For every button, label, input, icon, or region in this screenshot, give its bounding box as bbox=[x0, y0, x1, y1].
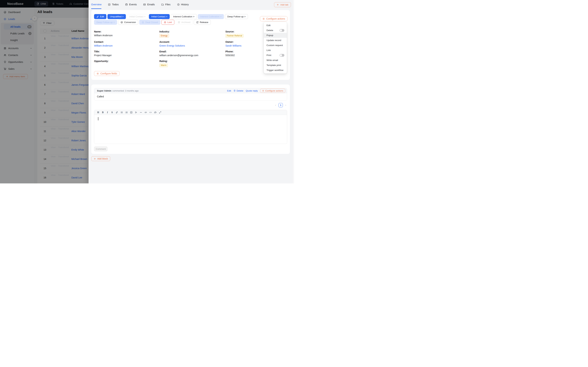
contact-link[interactable]: William Anderson bbox=[94, 44, 112, 47]
blockquote-icon[interactable] bbox=[135, 111, 137, 114]
field-label: Contact: bbox=[94, 41, 159, 43]
menu-item-print[interactable]: Print bbox=[264, 53, 287, 58]
button-label: Edit bbox=[100, 15, 104, 18]
inline-code-icon[interactable] bbox=[149, 111, 152, 114]
button-label: Deep Follow-up > bbox=[227, 15, 245, 18]
page-number[interactable]: 1 bbox=[278, 103, 283, 107]
field-account: Account: Green Energy Solutions bbox=[159, 41, 225, 47]
comments-card: Super Admin commented 3 months ago Edit … bbox=[91, 84, 290, 154]
menu-item-write-email[interactable]: Write email bbox=[264, 58, 287, 63]
text-cursor bbox=[98, 117, 98, 120]
plus-icon bbox=[94, 158, 96, 160]
numbered-list-icon[interactable] bbox=[125, 111, 128, 114]
heading-icon[interactable]: H bbox=[97, 111, 99, 114]
comment-edit-link[interactable]: Edit bbox=[227, 90, 231, 92]
gear-icon bbox=[96, 72, 99, 75]
menu-item-popup[interactable]: Popup bbox=[264, 33, 287, 38]
account-link[interactable]: Green Energy Solutions bbox=[159, 44, 185, 47]
tab-overview[interactable]: Overview bbox=[91, 0, 101, 9]
button-label: Configure fields bbox=[100, 72, 117, 75]
menu-item-delete[interactable]: Delete bbox=[264, 28, 287, 33]
comment-submit-button[interactable]: Comment bbox=[94, 147, 107, 151]
field-value bbox=[94, 64, 159, 67]
field-value: William Anderson bbox=[94, 34, 159, 37]
tab-label: Files bbox=[165, 3, 171, 6]
bold-icon[interactable]: B bbox=[102, 111, 104, 114]
add-tab-button[interactable]: Add tab bbox=[274, 2, 291, 7]
industry-tag: Energy bbox=[159, 34, 169, 38]
button-label: Configure actions bbox=[265, 90, 283, 92]
lost-button[interactable]: Lost bbox=[161, 20, 174, 25]
tab-todos[interactable]: Todos bbox=[108, 0, 119, 9]
delete-toggle[interactable] bbox=[280, 29, 284, 32]
source-tag: Partner Referral bbox=[225, 34, 243, 38]
menu-item-update-record[interactable]: Update record bbox=[264, 38, 287, 43]
button-label: Lost bbox=[167, 21, 172, 24]
add-tab-label: Add tab bbox=[280, 3, 288, 6]
field-contact: Contact: William Anderson bbox=[94, 41, 159, 47]
release-button[interactable]: Release bbox=[194, 20, 211, 25]
tab-emails[interactable]: Emails bbox=[143, 0, 155, 9]
code-block-icon[interactable] bbox=[144, 111, 147, 114]
drawer-scrollbar[interactable] bbox=[292, 0, 294, 184]
link-icon[interactable] bbox=[116, 111, 118, 114]
divider-icon[interactable] bbox=[140, 111, 142, 114]
upload-icon[interactable] bbox=[154, 111, 157, 114]
comment-configure-actions-button[interactable]: Configure actions bbox=[260, 89, 285, 93]
deal-closed-disabled-button: Deal Closed bbox=[139, 20, 160, 25]
initial-contact-button[interactable]: Initial Contact > bbox=[149, 14, 170, 19]
conversion-button[interactable]: Conversion bbox=[118, 20, 138, 25]
task-list-icon[interactable] bbox=[130, 111, 133, 114]
interest-cultivation-button[interactable]: Interest Cultivation > bbox=[171, 14, 197, 19]
print-toggle[interactable] bbox=[280, 54, 284, 57]
menu-item-label: Delete bbox=[267, 29, 273, 32]
configure-actions-dropdown: Edit Delete Popup Update record Custom r… bbox=[264, 22, 287, 74]
menu-item-label: Write email bbox=[267, 59, 278, 61]
menu-item-label: Custom request bbox=[267, 44, 283, 47]
status-actions-row-2: Deep Follow-up > Conversion Deal Closed … bbox=[94, 20, 287, 25]
tab-label: History bbox=[181, 3, 189, 6]
add-block-button[interactable]: Add block bbox=[91, 156, 110, 161]
comment-links: Edit Delete Quote reply Configure action… bbox=[227, 89, 285, 93]
configure-fields-button[interactable]: Configure fields bbox=[94, 71, 120, 76]
unqualified-button[interactable]: Unqualified > bbox=[107, 14, 126, 19]
field-label: Name: bbox=[94, 30, 159, 33]
gear-icon bbox=[262, 17, 265, 20]
field-rating: Rating: Warm bbox=[159, 60, 225, 67]
menu-item-label: Print bbox=[267, 54, 271, 57]
field-value: william.anderson@greenenergy.com bbox=[159, 54, 225, 57]
menu-item-template-print[interactable]: Template print bbox=[264, 63, 287, 68]
field-label: Rating: bbox=[159, 60, 225, 63]
menu-item-link[interactable]: Link bbox=[264, 48, 287, 53]
tab-history[interactable]: History bbox=[177, 0, 189, 9]
fullscreen-icon[interactable] bbox=[159, 111, 161, 114]
page-prev-icon[interactable] bbox=[275, 104, 277, 106]
field-label: Opportunity: bbox=[94, 60, 159, 63]
comment-item: Super Admin commented 3 months ago Edit … bbox=[94, 88, 287, 100]
rating-tag: Warm bbox=[159, 64, 168, 67]
bullet-list-icon[interactable] bbox=[120, 111, 123, 114]
page-next-icon[interactable] bbox=[285, 104, 287, 106]
tab-events[interactable]: Events bbox=[125, 0, 137, 9]
menu-item-custom-request[interactable]: Custom request bbox=[264, 43, 287, 48]
button-label: Configure actions bbox=[266, 17, 285, 20]
comment-delete-link[interactable]: Delete bbox=[233, 90, 243, 92]
modal-dim-overlay[interactable] bbox=[0, 0, 88, 184]
edit-button[interactable]: Edit bbox=[94, 14, 106, 19]
menu-item-label: Trigger workflow bbox=[267, 69, 284, 71]
tab-files[interactable]: Files bbox=[161, 0, 171, 9]
owner-link[interactable]: Sarah Williams bbox=[225, 44, 241, 47]
field-label: Account: bbox=[159, 41, 225, 43]
italic-icon[interactable]: I bbox=[106, 111, 109, 114]
button-label: Archived bbox=[182, 21, 190, 24]
comment-quote-reply-link[interactable]: Quote reply bbox=[246, 90, 258, 92]
check-square-icon bbox=[108, 3, 111, 6]
configure-actions-button[interactable]: Configure actions bbox=[260, 16, 287, 21]
menu-item-edit[interactable]: Edit bbox=[264, 23, 287, 28]
menu-item-label: Edit bbox=[267, 24, 270, 27]
editor-input[interactable] bbox=[94, 115, 287, 144]
menu-item-trigger-workflow[interactable]: Trigger workflow bbox=[264, 68, 287, 73]
deep-follow-up-button[interactable]: Deep Follow-up > bbox=[225, 14, 248, 19]
strikethrough-icon[interactable]: S bbox=[111, 111, 113, 114]
comments-pagination: 1 bbox=[94, 103, 287, 107]
